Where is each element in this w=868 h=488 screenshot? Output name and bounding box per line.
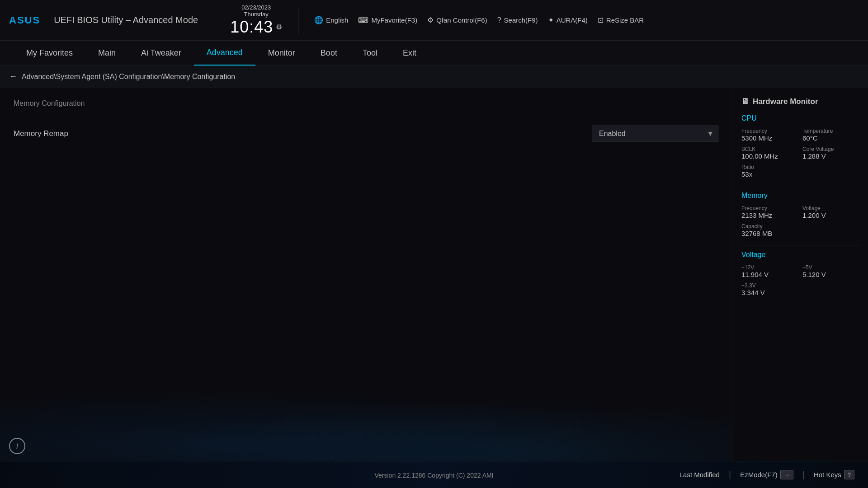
voltage-12v-value: 11.904 V	[741, 271, 769, 278]
nav-advanced[interactable]: Advanced	[194, 41, 255, 66]
nav-exit-label: Exit	[403, 48, 416, 58]
hot-keys-icon: ?	[844, 470, 854, 479]
qfan-label: Qfan Control(F6)	[436, 16, 487, 24]
ez-mode-label: EzMode(F7)	[740, 471, 778, 479]
version-text: Version 2.22.1286 Copyright (C) 2022 AMI	[374, 472, 493, 479]
memory-remap-row: Memory Remap Enabled Disabled ▼	[14, 121, 718, 146]
memory-voltage: Voltage 1.200 V	[802, 205, 859, 220]
hot-keys-button[interactable]: Hot Keys ?	[814, 470, 854, 479]
toolbar-divider	[298, 7, 298, 34]
memory-remap-label: Memory Remap	[14, 129, 68, 138]
hot-keys-label: Hot Keys	[814, 471, 841, 479]
language-icon: 🌐	[314, 16, 323, 24]
ez-mode-button[interactable]: EzMode(F7) →	[740, 470, 793, 479]
day-label: Thursday	[244, 11, 269, 18]
resize-icon: ⊡	[598, 16, 604, 24]
breadcrumb-bar: ← Advanced\System Agent (SA) Configurati…	[0, 66, 868, 88]
nav-tool-label: Tool	[363, 48, 377, 58]
bottom-buttons: Last Modified | EzMode(F7) → | Hot Keys …	[679, 469, 854, 480]
logo-title: ASUS UEFI BIOS Utility – Advanced Mode	[9, 14, 198, 26]
bottom-divider-2: |	[802, 469, 805, 480]
back-button[interactable]: ←	[9, 72, 17, 81]
header-divider	[214, 7, 214, 34]
cpu-bclk-label: BCLK	[741, 146, 798, 152]
bottom-bar: Version 2.22.1286 Copyright (C) 2022 AMI…	[0, 461, 868, 488]
content-wrapper: Memory Configuration Memory Remap Enable…	[0, 88, 868, 461]
cpu-core-voltage-label: Core Voltage	[802, 146, 859, 152]
clock-time: 10:43	[230, 18, 273, 37]
memory-frequency: Frequency 2133 MHz	[741, 205, 798, 220]
nav-advanced-label: Advanced	[207, 48, 243, 57]
section-title: Memory Configuration	[14, 99, 718, 108]
language-button[interactable]: 🌐 English	[314, 16, 348, 24]
nav-boot[interactable]: Boot	[308, 41, 350, 66]
gear-icon[interactable]: ⚙	[276, 23, 282, 31]
language-label: English	[326, 16, 348, 24]
nav-tool[interactable]: Tool	[350, 41, 390, 66]
qfan-button[interactable]: ⚙ Qfan Control(F6)	[427, 16, 487, 24]
nav-boot-label: Boot	[321, 48, 337, 58]
nav-monitor[interactable]: Monitor	[255, 41, 308, 66]
nav-my-favorites-label: My Favorites	[26, 48, 73, 58]
memory-voltage-divider	[741, 245, 859, 245]
aura-label: AURA(F4)	[557, 16, 588, 24]
memory-voltage-value: 1.200 V	[802, 211, 826, 219]
cpu-temperature: Temperature 60°C	[802, 128, 859, 142]
main-content: Memory Configuration Memory Remap Enable…	[0, 88, 732, 461]
hw-monitor-label: Hardware Monitor	[753, 97, 818, 106]
date-label: 02/23/2023	[241, 4, 271, 11]
cpu-temperature-value: 60°C	[802, 134, 818, 142]
memory-remap-dropdown[interactable]: Enabled Disabled	[592, 126, 718, 141]
nav-ai-tweaker-label: Ai Tweaker	[141, 48, 181, 58]
cpu-frequency-value: 5300 MHz	[741, 134, 772, 142]
bios-title: UEFI BIOS Utility – Advanced Mode	[54, 15, 198, 25]
search-label: Search(F9)	[504, 16, 538, 24]
datetime-block: 02/23/2023 Thursday 10:43 ⚙	[230, 4, 282, 37]
myfavorite-label: MyFavorite(F3)	[371, 16, 417, 24]
nav-monitor-label: Monitor	[268, 48, 295, 58]
nav-my-favorites[interactable]: My Favorites	[14, 41, 85, 66]
monitor-icon: 🖥	[741, 97, 749, 106]
aura-icon: ✦	[548, 16, 554, 24]
voltage-5v-label: +5V	[802, 264, 859, 271]
voltage-5v: +5V 5.120 V	[802, 264, 859, 279]
last-modified-label: Last Modified	[679, 471, 720, 479]
logo-area: ASUS	[9, 14, 40, 26]
asus-logo: ASUS	[9, 14, 40, 26]
cpu-stats: Frequency 5300 MHz Temperature 60°C BCLK…	[741, 128, 859, 178]
keyboard-icon: ⌨	[358, 16, 368, 24]
cpu-memory-divider	[741, 186, 859, 186]
voltage-33v-value: 3.344 V	[741, 289, 765, 296]
cpu-frequency-label: Frequency	[741, 128, 798, 134]
nav-ai-tweaker[interactable]: Ai Tweaker	[128, 41, 194, 66]
search-button[interactable]: ? Search(F9)	[497, 16, 538, 24]
memory-capacity: Capacity 32768 MB	[741, 223, 798, 238]
resize-bar-button[interactable]: ⊡ ReSize BAR	[598, 16, 644, 24]
breadcrumb: Advanced\System Agent (SA) Configuration…	[22, 73, 235, 81]
voltage-section-title: Voltage	[741, 251, 859, 259]
cpu-section-title: CPU	[741, 114, 859, 122]
nav-main[interactable]: Main	[85, 41, 128, 66]
voltage-5v-value: 5.120 V	[802, 271, 826, 278]
ez-mode-icon: →	[780, 470, 793, 479]
nav-main-label: Main	[98, 48, 116, 58]
search-icon: ?	[497, 16, 501, 24]
last-modified-button[interactable]: Last Modified	[679, 471, 720, 479]
toolbar-items: 🌐 English ⌨ MyFavorite(F3) ⚙ Qfan Contro…	[314, 16, 859, 24]
memory-voltage-label: Voltage	[802, 205, 859, 211]
fan-icon: ⚙	[427, 16, 434, 24]
aura-button[interactable]: ✦ AURA(F4)	[548, 16, 588, 24]
memory-section-title: Memory	[741, 192, 859, 200]
memory-frequency-value: 2133 MHz	[741, 211, 772, 219]
topbar: ASUS UEFI BIOS Utility – Advanced Mode 0…	[0, 0, 868, 41]
nav-exit[interactable]: Exit	[390, 41, 429, 66]
voltage-12v-label: +12V	[741, 264, 798, 271]
myfavorite-button[interactable]: ⌨ MyFavorite(F3)	[358, 16, 417, 24]
info-button[interactable]: i	[9, 438, 25, 454]
clock-row: 10:43 ⚙	[230, 18, 282, 37]
voltage-33v-label: +3.3V	[741, 282, 798, 289]
cpu-frequency: Frequency 5300 MHz	[741, 128, 798, 142]
bottom-divider-1: |	[729, 469, 731, 480]
memory-stats: Frequency 2133 MHz Voltage 1.200 V Capac…	[741, 205, 859, 238]
resize-label: ReSize BAR	[606, 16, 644, 24]
